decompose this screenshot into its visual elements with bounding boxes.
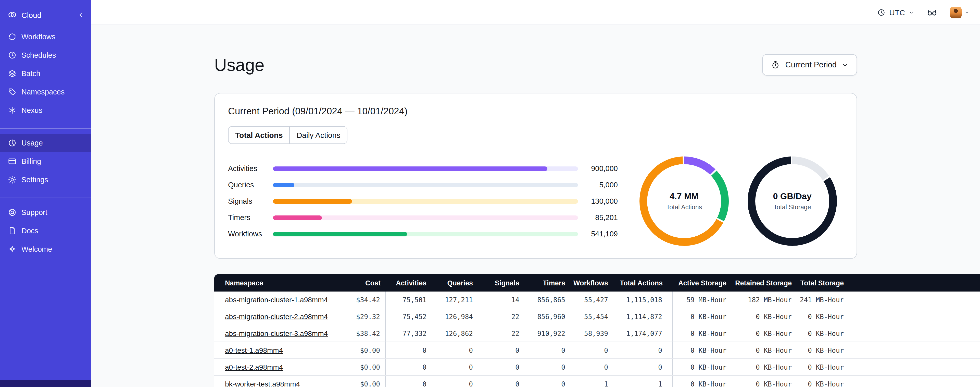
cell-signals: 0 bbox=[478, 342, 525, 358]
sidebar-item-namespaces[interactable]: Namespaces bbox=[0, 83, 91, 101]
timezone-selector[interactable]: UTC bbox=[877, 8, 914, 17]
cell-cost: $0.00 bbox=[342, 376, 386, 387]
bar-value: 541,109 bbox=[586, 230, 618, 238]
column-header-workflows: Workflows bbox=[570, 274, 613, 291]
sidebar-item-label: Batch bbox=[21, 69, 40, 78]
sidebar-item-welcome[interactable]: Welcome bbox=[0, 240, 91, 258]
tab-daily-actions[interactable]: Daily Actions bbox=[290, 126, 347, 144]
usage-chart-area: Activities 900,000 Queries 5,000 Signals… bbox=[228, 156, 843, 246]
sidebar-item-label: Settings bbox=[21, 176, 48, 184]
cell-cost: $34.42 bbox=[342, 291, 386, 308]
bar-track bbox=[273, 199, 578, 203]
usage-summary-card: Current Period (09/01/2024 — 10/01/2024)… bbox=[214, 93, 857, 259]
sidebar-item-label: Billing bbox=[21, 157, 41, 165]
total-actions-donut: 4.7 MM Total Actions bbox=[639, 156, 729, 246]
namespace-link[interactable]: a0-test-2.a98mm4 bbox=[225, 363, 283, 371]
donut-value: 4.7 MM bbox=[670, 192, 698, 201]
cell-timers: 0 bbox=[525, 376, 570, 387]
bar-value: 85,201 bbox=[586, 213, 618, 222]
sidebar-nav: WorkflowsSchedulesBatchNamespacesNexusUs… bbox=[0, 27, 91, 258]
cell-total-actions: 1,174,077 bbox=[613, 325, 673, 342]
namespace-cell: abs-migration-cluster-3.a98mm4 bbox=[214, 325, 342, 342]
cell-activities: 0 bbox=[386, 359, 431, 375]
actions-bar-chart: Activities 900,000 Queries 5,000 Signals… bbox=[228, 160, 618, 242]
bar-fill bbox=[273, 232, 407, 236]
tab-total-actions[interactable]: Total Actions bbox=[229, 126, 290, 144]
bar-label: Activities bbox=[228, 165, 273, 173]
sidebar-item-batch[interactable]: Batch bbox=[0, 64, 91, 83]
column-header-activities: Activities bbox=[386, 274, 431, 291]
namespace-link[interactable]: a0-test-1.a98mm4 bbox=[225, 346, 283, 354]
namespace-cell: a0-test-1.a98mm4 bbox=[214, 342, 342, 358]
cell-retained-storage: 0 KB-Hour bbox=[732, 309, 797, 325]
namespace-cell: abs-migration-cluster-2.a98mm4 bbox=[214, 309, 342, 325]
namespace-link[interactable]: abs-migration-cluster-2.a98mm4 bbox=[225, 312, 328, 321]
cell-cost: $0.00 bbox=[342, 359, 386, 375]
settings-icon bbox=[8, 175, 17, 184]
cell-signals: 0 bbox=[478, 376, 525, 387]
bar-value: 5,000 bbox=[586, 181, 618, 189]
sidebar-item-workflows[interactable]: Workflows bbox=[0, 27, 91, 46]
sidebar-item-billing[interactable]: Billing bbox=[0, 152, 91, 171]
sidebar-item-support[interactable]: Support bbox=[0, 203, 91, 222]
column-header-namespace: Namespace bbox=[214, 274, 342, 291]
page-title: Usage bbox=[214, 55, 264, 75]
bar-label: Timers bbox=[228, 213, 273, 222]
table-row: abs-migration-cluster-2.a98mm4$29.3275,4… bbox=[214, 309, 980, 325]
cell-workflows: 55,427 bbox=[570, 291, 613, 308]
cell-total-storage: 0 KB-Hour bbox=[797, 309, 849, 325]
glasses-icon[interactable] bbox=[926, 6, 938, 18]
cell-activities: 0 bbox=[386, 342, 431, 358]
cell-activities: 75,452 bbox=[386, 309, 431, 325]
cell-timers: 856,865 bbox=[525, 291, 570, 308]
sidebar-item-label: Usage bbox=[21, 139, 43, 147]
sidebar-collapse-button[interactable] bbox=[77, 11, 85, 19]
table-body: abs-migration-cluster-1.a98mm4$34.4275,5… bbox=[214, 291, 980, 387]
sidebar-item-label: Nexus bbox=[21, 106, 42, 114]
bar-track bbox=[273, 215, 578, 220]
user-avatar bbox=[950, 6, 962, 18]
cell-queries: 0 bbox=[431, 376, 478, 387]
bar-row-workflows: Workflows 541,109 bbox=[228, 225, 618, 242]
donut-label: Total Actions bbox=[666, 204, 702, 211]
namespace-cell: a0-test-2.a98mm4 bbox=[214, 359, 342, 375]
billing-icon bbox=[8, 157, 17, 166]
main-content: Usage Current Period Current Period (09/… bbox=[91, 25, 980, 387]
sidebar-item-nexus[interactable]: Nexus bbox=[0, 101, 91, 120]
namespace-cell: abs-migration-cluster-1.a98mm4 bbox=[214, 291, 342, 308]
table-header-row: NamespaceCostActivitiesQueriesSignalsTim… bbox=[214, 274, 980, 291]
cell-total-actions: 1 bbox=[613, 376, 673, 387]
namespace-link[interactable]: abs-migration-cluster-1.a98mm4 bbox=[225, 296, 328, 304]
bar-track bbox=[273, 232, 578, 236]
sidebar-item-label: Workflows bbox=[21, 33, 55, 41]
sidebar-item-schedules[interactable]: Schedules bbox=[0, 46, 91, 64]
cell-active-storage: 0 KB-Hour bbox=[673, 309, 732, 325]
column-header-total-storage: Total Storage bbox=[797, 274, 849, 291]
stopwatch-icon bbox=[771, 60, 780, 69]
namespace-link[interactable]: bk-worker-test.a98mm4 bbox=[225, 380, 300, 387]
table-row: abs-migration-cluster-3.a98mm4$38.4277,3… bbox=[214, 325, 980, 342]
sidebar-item-docs[interactable]: Docs bbox=[0, 222, 91, 240]
welcome-icon bbox=[8, 245, 17, 254]
table-row: bk-worker-test.a98mm4$0.000000110 KB-Hou… bbox=[214, 376, 980, 387]
table-filler-cell bbox=[849, 325, 980, 342]
period-selector-label: Current Period bbox=[785, 60, 837, 69]
cell-activities: 77,332 bbox=[386, 325, 431, 342]
sidebar-item-label: Welcome bbox=[21, 245, 52, 253]
schedules-icon bbox=[8, 51, 17, 60]
bar-value: 900,000 bbox=[586, 165, 618, 173]
namespace-link[interactable]: abs-migration-cluster-3.a98mm4 bbox=[225, 329, 328, 337]
cell-retained-storage: 0 KB-Hour bbox=[732, 325, 797, 342]
temporal-logo-icon bbox=[7, 10, 18, 20]
docs-icon bbox=[8, 226, 17, 235]
cell-timers: 856,960 bbox=[525, 309, 570, 325]
sidebar-item-settings[interactable]: Settings bbox=[0, 171, 91, 189]
sidebar-divider bbox=[0, 128, 91, 129]
period-selector-button[interactable]: Current Period bbox=[762, 54, 857, 75]
account-menu[interactable] bbox=[950, 6, 970, 18]
cell-workflows: 0 bbox=[570, 342, 613, 358]
sidebar-item-usage[interactable]: Usage bbox=[0, 134, 91, 152]
cell-cost: $29.32 bbox=[342, 309, 386, 325]
bar-fill bbox=[273, 215, 321, 220]
cell-workflows: 55,454 bbox=[570, 309, 613, 325]
